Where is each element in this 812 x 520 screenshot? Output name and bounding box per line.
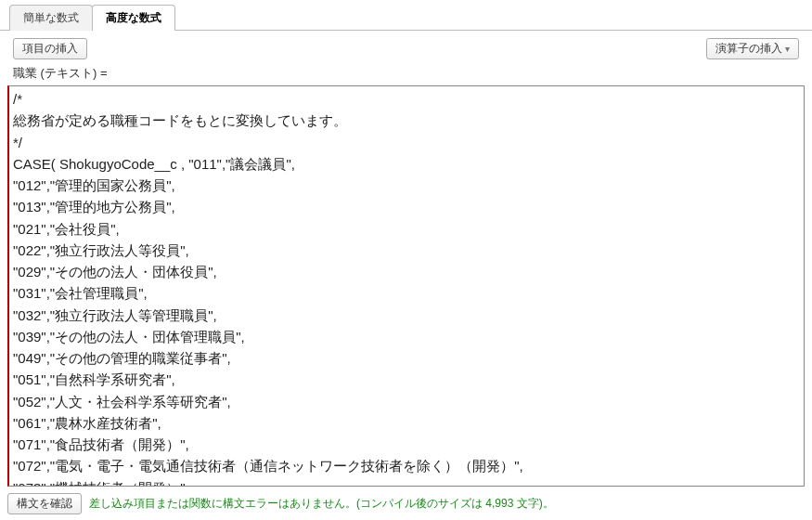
tab-simple-formula[interactable]: 簡単な数式 <box>9 5 93 31</box>
insert-field-button[interactable]: 項目の挿入 <box>13 38 87 59</box>
check-syntax-button[interactable]: 構文を確認 <box>7 493 82 514</box>
footer: 構文を確認 差し込み項目または関数に構文エラーはありません。(コンパイル後のサイ… <box>0 489 812 518</box>
syntax-status-message: 差し込み項目または関数に構文エラーはありません。(コンパイル後のサイズは 4,9… <box>89 496 554 512</box>
field-label: 職業 (テキスト) = <box>0 63 812 85</box>
tab-bar: 簡単な数式 高度な数式 <box>0 4 812 31</box>
toolbar: 項目の挿入 演算子の挿入 <box>0 31 812 63</box>
formula-editor[interactable] <box>7 85 805 487</box>
tab-advanced-formula[interactable]: 高度な数式 <box>92 5 175 31</box>
insert-operator-dropdown[interactable]: 演算子の挿入 <box>706 38 799 59</box>
